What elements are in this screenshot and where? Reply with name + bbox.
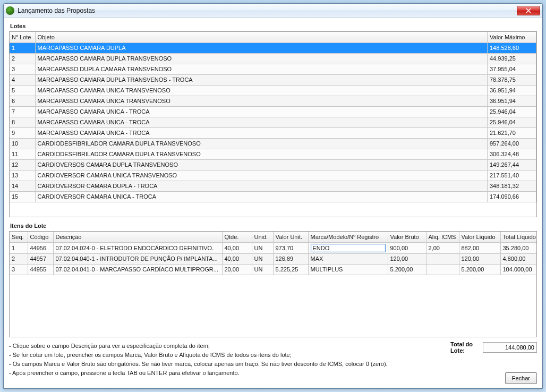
itens-scroll[interactable]: Seq. Código Descrição Qtde. Unid. Valor … [10, 232, 536, 337]
hint-line: - Após preencher o campo, pressione a te… [9, 369, 460, 378]
table-row[interactable]: 34495507.02.04.041-0 - MARCAPASSO CARDÍA… [10, 264, 536, 275]
cell-qtde: 40,00 [222, 242, 252, 253]
cell-lote-num: 5 [10, 85, 35, 96]
table-row[interactable]: 3MARCAPASSO DUPLA CAMARA TRANSVENOSO37.9… [10, 64, 536, 74]
table-row[interactable]: 5MARCAPASSO CAMARA UNICA TRANSVENOSO36.9… [10, 85, 536, 96]
table-row[interactable]: 10CARDIODESFIBRILADOR CAMARA DUPLA TRANS… [10, 138, 536, 149]
cell-lote-objeto: CARDIODESFIBRILADOR CAMARA DUPLA TRANSVE… [35, 138, 488, 149]
footer: - Clique sobre o campo Descrição para ve… [9, 342, 537, 384]
cell-lote-objeto: MARCAPASSO CAMARA UNICA - TROCA [35, 127, 488, 138]
cell-lote-valor: 78.378,75 [488, 74, 536, 85]
col-lote-num[interactable]: Nº Lote [10, 32, 35, 42]
hints: - Clique sobre o campo Descrição para ve… [9, 342, 460, 384]
col-totalliq[interactable]: Total Líquido [500, 232, 536, 242]
cell-lote-objeto: CARDIOVERSOR CAMARA DUPLA - TROCA [35, 181, 488, 191]
cell-lote-num: 8 [10, 117, 35, 127]
cell-lote-valor: 148.528,60 [488, 42, 536, 53]
col-lote-valor[interactable]: Valor Máximo [488, 32, 536, 42]
table-row[interactable]: 4MARCAPASSO CAMARA DUPLA TRANSVENOS - TR… [10, 74, 536, 85]
cell-lote-objeto: MARCAPASSO CAMARA DUPLA TRANSVENOSO [35, 53, 488, 64]
cell-seq: 1 [10, 242, 28, 253]
cell-unid: UN [252, 253, 273, 264]
cell-descricao[interactable]: 07.02.04.041-0 - MARCAPASSO CARDÍACO MUL… [53, 264, 222, 275]
col-aliq[interactable]: Aliq. ICMS [426, 232, 459, 242]
cell-descricao[interactable]: 07.02.04.040-1 - INTRODUTOR DE PUNÇÃO P/… [53, 253, 222, 264]
cell-valorbruto[interactable]: 5.200,00 [388, 264, 426, 275]
col-lote-objeto[interactable]: Objeto [35, 32, 488, 42]
cell-lote-valor: 25.946,04 [488, 106, 536, 117]
cell-lote-valor: 21.621,70 [488, 127, 536, 138]
cell-marca[interactable]: ENDO [308, 242, 388, 253]
cell-lote-valor: 44.939,25 [488, 53, 536, 64]
hint-line: - Clique sobre o campo Descrição para ve… [9, 342, 460, 351]
cell-lote-num: 15 [10, 191, 35, 202]
table-row[interactable]: 1MARCAPASSO CAMARA DUPLA148.528,60 [10, 42, 536, 53]
cell-lote-num: 1 [10, 42, 35, 53]
cell-valorunit: 973,70 [273, 242, 308, 253]
cell-totalliq: 4.800,00 [500, 253, 536, 264]
col-unid[interactable]: Unid. [252, 232, 273, 242]
col-qtde[interactable]: Qtde. [222, 232, 252, 242]
cell-lote-objeto: MARCAPASSO CAMARA UNICA - TROCA [35, 106, 488, 117]
table-row[interactable]: 9MARCAPASSO CAMARA UNICA - TROCA21.621,7… [10, 127, 536, 138]
col-seq[interactable]: Seq. [10, 232, 28, 242]
cell-lote-valor: 957.264,00 [488, 138, 536, 149]
table-row[interactable]: 11CARDIODESFIBRILADOR CAMARA DUPLA TRANS… [10, 149, 536, 159]
cell-marca[interactable]: MAX [308, 253, 388, 264]
cell-valorliq: 882,00 [459, 242, 500, 253]
cell-lote-num: 14 [10, 181, 35, 191]
cell-lote-objeto: MARCAPASSO CAMARA UNICA - TROCA [35, 117, 488, 127]
cell-seq: 3 [10, 264, 28, 275]
lotes-grid: Nº Lote Objeto Valor Máximo 1MARCAPASSO … [9, 31, 537, 217]
table-row[interactable]: 2MARCAPASSO CAMARA DUPLA TRANSVENOSO44.9… [10, 53, 536, 64]
cell-codigo: 44955 [28, 264, 53, 275]
table-row[interactable]: 14495607.02.04.024-0 - ELETRODO ENDOCÁRD… [10, 242, 536, 253]
cell-aliq[interactable] [426, 264, 459, 275]
cell-unid: UN [252, 242, 273, 253]
cell-lote-valor: 37.955,04 [488, 64, 536, 74]
cell-valorbruto[interactable]: 900,00 [388, 242, 426, 253]
cell-lote-valor: 36.951,94 [488, 96, 536, 106]
cell-lote-num: 12 [10, 159, 35, 170]
cell-lote-valor: 348.181,32 [488, 181, 536, 191]
cell-lote-objeto: MARCAPASSO DUPLA CAMARA TRANSVENOSO [35, 64, 488, 74]
col-codigo[interactable]: Código [28, 232, 53, 242]
cell-lote-valor: 25.946,04 [488, 117, 536, 127]
content-area: Lotes Nº Lote Objeto Valor Máximo 1MARCA… [4, 18, 542, 388]
table-row[interactable]: 14CARDIOVERSOR CAMARA DUPLA - TROCA348.1… [10, 181, 536, 191]
cell-totalliq: 35.280,00 [500, 242, 536, 253]
table-row[interactable]: 12CARDIOVERSOS CAMARA DUPLA TRANSVENOSO1… [10, 159, 536, 170]
table-row[interactable]: 6MARCAPASSO CAMARA UNICA TRANSVENOSO36.9… [10, 96, 536, 106]
cell-lote-num: 2 [10, 53, 35, 64]
col-marca[interactable]: Marca/Modelo/Nº Registro [308, 232, 388, 242]
table-row[interactable]: 15CARDIOVERSOR CAMARA UNICA - TROCA174.0… [10, 191, 536, 202]
cell-valorbruto[interactable]: 120,00 [388, 253, 426, 264]
cell-lote-valor: 217.551,40 [488, 170, 536, 181]
cell-marca[interactable]: MULTIPLUS [308, 264, 388, 275]
total-row: Total do Lote: 144.080,00 [450, 342, 537, 353]
cell-aliq[interactable]: 2,00 [426, 242, 459, 253]
itens-title: Itens do Lote [10, 223, 537, 229]
fechar-button[interactable]: Fechar [505, 372, 537, 384]
col-descricao[interactable]: Descrição [53, 232, 222, 242]
lotes-scroll[interactable]: Nº Lote Objeto Valor Máximo 1MARCAPASSO … [10, 32, 536, 217]
table-row[interactable]: 8MARCAPASSO CAMARA UNICA - TROCA25.946,0… [10, 117, 536, 127]
cell-totalliq: 104.000,00 [500, 264, 536, 275]
cell-lote-objeto: CARDIOVERSOR CAMARA UNICA TRANSVENOSO [35, 170, 488, 181]
table-row[interactable]: 13CARDIOVERSOR CAMARA UNICA TRANSVENOSO2… [10, 170, 536, 181]
table-row[interactable]: 7MARCAPASSO CAMARA UNICA - TROCA25.946,0… [10, 106, 536, 117]
cell-descricao[interactable]: 07.02.04.024-0 - ELETRODO ENDOCÁRDICO DE… [53, 242, 222, 253]
col-valorliq[interactable]: Valor Líquido [459, 232, 500, 242]
lotes-header-row: Nº Lote Objeto Valor Máximo [10, 32, 536, 42]
cell-lote-objeto: CARDIODESFIBRILADOR CAMARA DUPLA TRANSVE… [35, 149, 488, 159]
cell-lote-num: 10 [10, 138, 35, 149]
cell-aliq[interactable] [426, 253, 459, 264]
col-valorbruto[interactable]: Valor Bruto [388, 232, 426, 242]
cell-lote-num: 9 [10, 127, 35, 138]
window-title: Lançamento das Propostas [18, 7, 517, 14]
total-label: Total do Lote: [450, 341, 480, 354]
col-valorunit[interactable]: Valor Unit. [273, 232, 308, 242]
hint-line: - Se for cotar um lote, preencher os cam… [9, 351, 460, 360]
table-row[interactable]: 24495707.02.04.040-1 - INTRODUTOR DE PUN… [10, 253, 536, 264]
close-button[interactable] [517, 6, 540, 15]
